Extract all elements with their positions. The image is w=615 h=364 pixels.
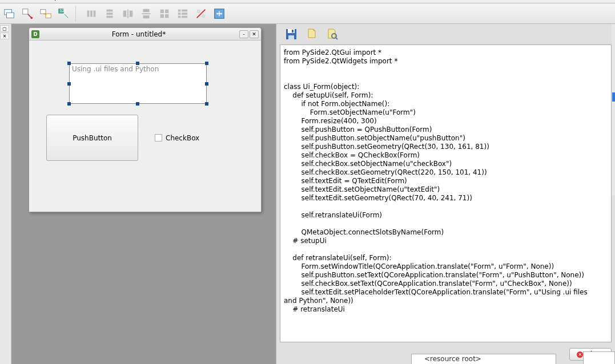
selection-handle[interactable] <box>67 102 71 106</box>
code-toolbar <box>280 24 612 45</box>
svg-rect-26 <box>178 13 181 15</box>
code-textarea[interactable]: from PySide2.QtGui import * from PySide2… <box>280 45 612 342</box>
svg-point-3 <box>31 17 33 19</box>
selection-handle[interactable] <box>67 62 71 65</box>
svg-rect-2 <box>23 9 28 14</box>
layout-horizontal-icon[interactable] <box>83 6 99 22</box>
svg-rect-12 <box>107 13 113 15</box>
code-preview-panel: from PySide2.QtGui import * from PySide2… <box>276 24 615 364</box>
form-window: D Form - untitled* - ✕ Using .ui files a… <box>29 27 262 212</box>
adjust-size-icon[interactable] <box>211 6 227 22</box>
svg-rect-28 <box>178 15 181 18</box>
svg-rect-5 <box>46 14 51 18</box>
menu-window[interactable]: Window <box>6 0 33 1</box>
svg-rect-22 <box>160 14 164 17</box>
svg-rect-15 <box>130 10 133 17</box>
svg-rect-35 <box>288 29 295 33</box>
selection-handle[interactable] <box>136 102 139 106</box>
svg-rect-11 <box>107 9 113 11</box>
layout-grid-icon[interactable] <box>156 6 172 22</box>
svg-rect-36 <box>288 35 294 39</box>
svg-rect-10 <box>94 10 96 17</box>
svg-rect-30 <box>197 9 200 13</box>
svg-rect-23 <box>165 14 168 17</box>
svg-rect-8 <box>87 10 90 17</box>
selection-handle[interactable] <box>67 82 71 86</box>
dock-tab-2[interactable]: ✕ <box>0 33 9 39</box>
close-window-button[interactable]: ✕ <box>250 30 259 38</box>
svg-rect-17 <box>143 9 150 12</box>
form-canvas[interactable]: Using .ui files and Python PushButton Ch… <box>29 41 261 212</box>
svg-rect-13 <box>107 15 113 18</box>
right-edge-strip <box>612 24 615 195</box>
close-icon: ✕ <box>577 351 583 358</box>
find-icon[interactable] <box>324 26 340 42</box>
svg-rect-37 <box>292 30 294 33</box>
layout-form-icon[interactable] <box>175 6 191 22</box>
svg-rect-1 <box>6 13 14 18</box>
selection-handle[interactable] <box>205 102 208 106</box>
svg-rect-31 <box>202 14 205 17</box>
svg-rect-25 <box>182 9 187 11</box>
design-surface: D Form - untitled* - ✕ Using .ui files a… <box>11 24 276 364</box>
textedit-widget[interactable]: Using .ui files and Python <box>69 63 207 104</box>
resource-root-field[interactable]: <resource root> <box>411 354 556 364</box>
main-toolbar: 123 <box>0 3 615 24</box>
layout-vertical-icon[interactable] <box>102 6 118 22</box>
minimize-button[interactable]: - <box>239 30 248 38</box>
edit-buddies-icon[interactable] <box>38 6 54 22</box>
svg-rect-9 <box>90 10 93 17</box>
selection-handle[interactable] <box>136 62 139 65</box>
pushbutton-widget[interactable]: PushButton <box>46 115 138 161</box>
selection-handle[interactable] <box>205 62 208 65</box>
checkbox-widget[interactable]: CheckBox <box>155 126 212 149</box>
checkbox-label: CheckBox <box>166 134 199 142</box>
edit-tab-order-icon[interactable]: 123 <box>56 6 72 22</box>
svg-rect-29 <box>182 15 187 18</box>
form-app-icon: D <box>31 30 39 38</box>
edit-signals-icon[interactable] <box>19 6 35 22</box>
left-dock: ▢ ✕ <box>0 24 11 364</box>
selection-handle[interactable] <box>205 82 208 86</box>
edit-widgets-icon[interactable] <box>1 6 17 22</box>
dock-tab-1[interactable]: ▢ <box>0 25 9 32</box>
svg-rect-27 <box>182 13 187 15</box>
break-layout-icon[interactable] <box>193 6 209 22</box>
layout-hsplitter-icon[interactable] <box>120 6 136 22</box>
svg-rect-21 <box>165 9 168 13</box>
save-icon[interactable] <box>283 26 299 42</box>
form-titlebar[interactable]: D Form - untitled* - ✕ <box>29 28 261 41</box>
menu-help[interactable]: Help <box>43 0 58 1</box>
svg-rect-18 <box>143 15 150 18</box>
svg-rect-24 <box>178 9 181 11</box>
copy-icon[interactable] <box>304 26 320 42</box>
svg-rect-14 <box>123 10 127 17</box>
right-accent-marker <box>612 92 615 102</box>
layout-vsplitter-icon[interactable] <box>138 6 154 22</box>
svg-rect-20 <box>160 9 164 13</box>
form-title: Form - untitled* <box>39 30 238 38</box>
svg-text:123: 123 <box>60 9 67 13</box>
svg-line-39 <box>336 38 337 39</box>
checkbox-box-icon[interactable] <box>155 134 162 141</box>
bottom-right-panel <box>583 351 615 364</box>
svg-rect-4 <box>41 9 46 13</box>
